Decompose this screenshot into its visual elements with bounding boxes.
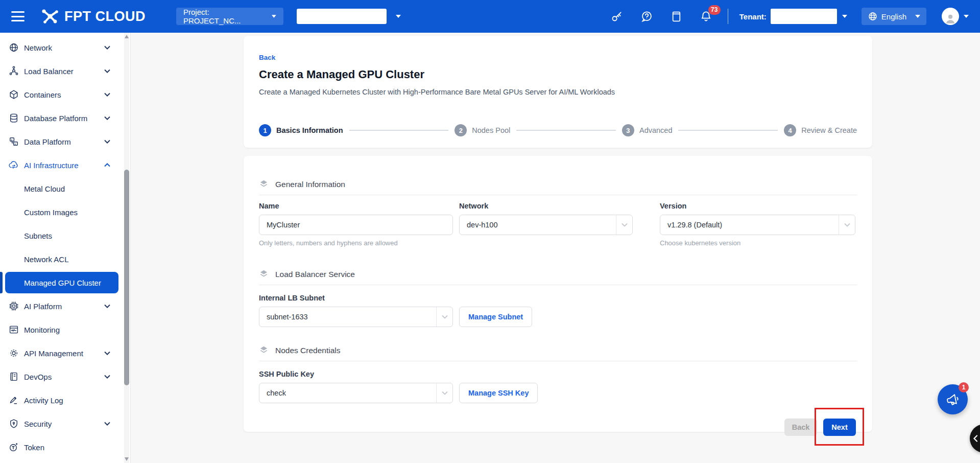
section-rule — [259, 195, 857, 195]
language-selector[interactable]: English — [862, 8, 926, 25]
sidebar-item-managed-gpu-cluster[interactable]: Managed GPU Cluster — [0, 271, 119, 294]
step-basics-information[interactable]: 1 Basics Information — [259, 124, 343, 136]
tenant-caret-down-icon[interactable] — [842, 15, 847, 18]
step-review-create[interactable]: 4 Review & Create — [784, 124, 857, 136]
sidebar-item-load-balancer[interactable]: Load Balancer — [0, 59, 119, 83]
database-icon — [8, 113, 19, 123]
tenant-input[interactable] — [771, 9, 837, 24]
section-title: General Information — [275, 180, 345, 189]
scrollbar-up-arrow[interactable] — [125, 35, 129, 38]
sidebar-item-api-management[interactable]: API Management — [0, 341, 119, 365]
manage-ssh-key-button[interactable]: Manage SSH Key — [459, 383, 538, 403]
step-label: Review & Create — [801, 126, 857, 134]
sidebar-item-label: AI Infrastructure — [24, 161, 79, 170]
sidebar-item-ai-infrastructure[interactable]: AI Infrastructure — [0, 153, 119, 177]
network-select[interactable]: dev-h100 — [459, 215, 633, 235]
project-selector[interactable]: Project: PROJECT_NC... — [176, 8, 283, 25]
section-nodes-credentials: Nodes Credentials — [259, 345, 857, 355]
sidebar-item-database-platform[interactable]: Database Platform — [0, 106, 119, 130]
layers-icon — [259, 345, 269, 355]
chevron-down-icon — [436, 307, 452, 327]
main-content: Back Create a Managed GPU Cluster Create… — [131, 33, 980, 463]
support-icon[interactable] — [640, 10, 653, 23]
page-subtitle: Create a Managed Kubernetes Cluster with… — [259, 88, 857, 96]
step-advanced[interactable]: 3 Advanced — [622, 124, 673, 136]
stepper-connector — [516, 130, 616, 131]
key-icon[interactable] — [611, 10, 623, 22]
sidebar-item-containers[interactable]: Containers — [0, 83, 119, 106]
sidebar-item-ai-platform[interactable]: AI Platform — [0, 294, 119, 318]
sidebar-item-activity-log[interactable]: Activity Log — [0, 388, 119, 412]
search-caret-down-icon[interactable] — [396, 15, 401, 18]
chevron-down-icon — [839, 215, 855, 235]
name-hint: Only letters, numbers and hyphens are al… — [259, 239, 453, 247]
sidebar-item-devops[interactable]: DevOps — [0, 365, 119, 388]
sidebar-item-label: Managed GPU Cluster — [24, 279, 101, 287]
global-search-input[interactable] — [297, 9, 387, 24]
load-balancer-icon — [8, 66, 19, 76]
page-header-card: Back Create a Managed GPU Cluster Create… — [244, 36, 872, 148]
back-link[interactable]: Back — [259, 54, 275, 61]
shield-icon — [8, 419, 19, 429]
sidebar-item-label: Metal Cloud — [24, 184, 65, 193]
logo-text: FPT CLOUD — [64, 9, 146, 25]
ssh-selected-value: check — [267, 389, 436, 397]
sidebar-item-label: Containers — [24, 90, 61, 99]
scrollbar-down-arrow[interactable] — [125, 457, 129, 461]
chevron-left-icon — [972, 435, 978, 442]
sidebar-item-label: Monitoring — [24, 326, 60, 334]
sidebar-item-label: DevOps — [24, 373, 52, 381]
layers-icon — [259, 179, 269, 189]
user-menu[interactable] — [942, 8, 969, 25]
ai-infrastructure-cloud-icon — [8, 160, 19, 170]
chevron-down-icon — [104, 69, 110, 73]
ai-chip-icon — [8, 301, 19, 311]
chevron-down-icon — [104, 92, 110, 97]
sidebar-item-label: API Management — [24, 349, 83, 358]
fpt-cloud-logo: FPT CLOUD — [40, 7, 146, 26]
internal-lb-subnet-select[interactable]: subnet-1633 — [259, 307, 453, 327]
fab-badge: 1 — [959, 382, 969, 392]
sidebar-item-network[interactable]: Network — [0, 36, 119, 59]
ssh-public-key-select[interactable]: check — [259, 383, 453, 403]
chevron-down-icon — [436, 383, 452, 403]
sidebar-item-network-acl[interactable]: Network ACL — [0, 247, 119, 271]
version-select[interactable]: v1.29.8 (Default) — [660, 215, 855, 235]
megaphone-icon — [944, 391, 961, 408]
sidebar-item-label: Subnets — [24, 231, 52, 240]
page-title: Create a Managed GPU Cluster — [259, 68, 857, 81]
sidebar-item-metal-cloud[interactable]: Metal Cloud — [0, 177, 119, 200]
layers-icon — [259, 269, 269, 279]
notifications-icon[interactable]: 73 — [700, 10, 712, 23]
menu-icon[interactable] — [11, 11, 25, 21]
section-rule — [259, 361, 857, 361]
sidebar-item-custom-images[interactable]: Custom Images — [0, 200, 119, 224]
sidebar-item-data-platform[interactable]: Data Platform — [0, 130, 119, 153]
sidebar-item-security[interactable]: Security — [0, 412, 119, 435]
step-nodes-pool[interactable]: 2 Nodes Pool — [455, 124, 510, 136]
docs-icon[interactable] — [671, 11, 682, 22]
announcements-fab[interactable]: 1 — [938, 384, 968, 414]
scrollbar-thumb[interactable] — [124, 170, 129, 385]
wizard-back-button[interactable]: Back — [784, 419, 817, 436]
sidebar-item-subnets[interactable]: Subnets — [0, 224, 119, 247]
sidebar-item-label: Custom Images — [24, 208, 78, 217]
version-hint: Choose kubernetes version — [660, 239, 855, 247]
token-icon — [8, 442, 19, 452]
network-label: Network — [459, 202, 633, 210]
chevron-down-icon — [104, 304, 110, 308]
wizard-next-button[interactable]: Next — [823, 419, 856, 436]
section-title: Load Balancer Service — [275, 270, 355, 279]
navbar-divider — [728, 9, 728, 24]
sidebar-scrollbar[interactable] — [124, 33, 129, 463]
sidebar-item-token[interactable]: Token — [0, 435, 119, 459]
sidebar-item-monitoring[interactable]: Monitoring — [0, 318, 119, 341]
manage-subnet-button[interactable]: Manage Subnet — [459, 307, 532, 327]
step-number: 3 — [622, 124, 634, 136]
section-title: Nodes Credentials — [275, 346, 341, 355]
version-label: Version — [660, 202, 855, 210]
language-caret-down-icon — [915, 15, 920, 18]
version-selected-value: v1.29.8 (Default) — [667, 221, 839, 229]
cluster-name-input[interactable] — [259, 215, 453, 235]
form-footer: Back Next — [259, 419, 857, 436]
